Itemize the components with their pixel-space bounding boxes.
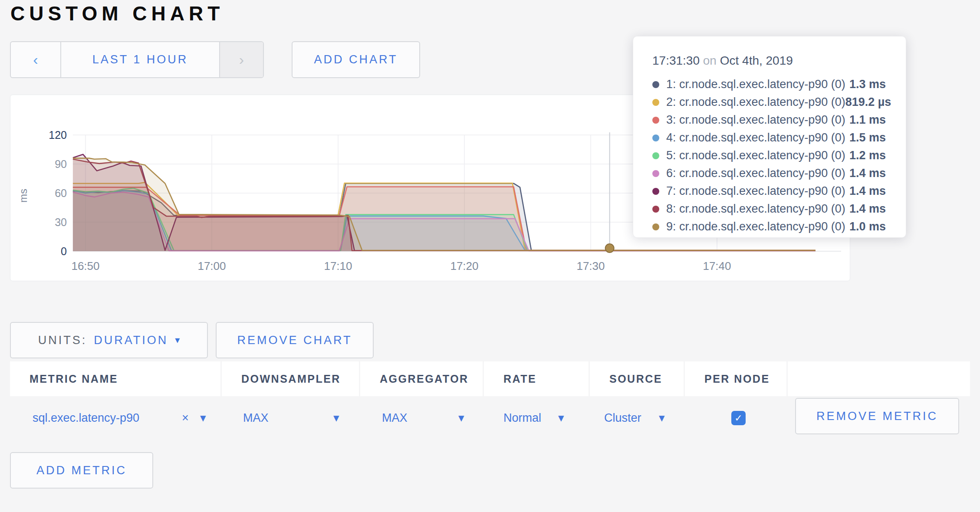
tooltip-series-row: 4: cr.node.sql.exec.latency-p90 (0)1.5 m…	[652, 129, 886, 147]
tooltip-title: 17:31:30 on Oct 4th, 2019	[652, 54, 886, 68]
metrics-table-header: METRIC NAME DOWNSAMPLER AGGREGATOR RATE …	[10, 361, 970, 396]
y-tick-label: 90	[55, 158, 67, 170]
source-caret-icon[interactable]: ▾	[659, 396, 665, 440]
remove-metric-button[interactable]: REMOVE METRIC	[795, 398, 959, 434]
add-metric-button[interactable]: ADD METRIC	[10, 452, 153, 489]
add-metric-label: ADD METRIC	[36, 464, 127, 477]
hover-point-dot	[605, 244, 614, 253]
x-tick-label: 17:30	[576, 259, 605, 272]
tooltip-series-label: 9: cr.node.sql.exec.latency-p90 (0)	[666, 220, 849, 233]
series-color-dot-icon	[652, 206, 659, 213]
add-chart-label: ADD CHART	[314, 53, 398, 66]
downsampler-caret-icon[interactable]: ▾	[333, 396, 339, 440]
tooltip-series-value: 1.5 ms	[849, 131, 886, 144]
custom-chart-page: CUSTOM CHART ‹ LAST 1 HOUR › ADD CHART 0…	[0, 0, 980, 512]
header-per-node: PER NODE	[685, 361, 786, 396]
source-select[interactable]: Cluster	[604, 396, 641, 440]
tooltip-series-value: 1.3 ms	[849, 78, 886, 91]
tooltip-time: 17:31:30	[652, 54, 700, 67]
tooltip-series-label: 2: cr.node.sql.exec.latency-p90 (0)	[666, 95, 845, 109]
tooltip-series-row: 3: cr.node.sql.exec.latency-p90 (0)1.1 m…	[652, 111, 886, 129]
tooltip-series-row: 5: cr.node.sql.exec.latency-p90 (0)1.2 m…	[652, 147, 886, 164]
tooltip-series-value: 1.1 ms	[849, 113, 886, 127]
y-tick-label: 120	[49, 129, 67, 141]
tooltip-series-row: 8: cr.node.sql.exec.latency-p90 (0)1.4 m…	[652, 200, 886, 218]
checkmark-icon: ✓	[734, 413, 742, 424]
x-tick-label: 17:20	[450, 259, 478, 272]
tooltip-series-row: 7: cr.node.sql.exec.latency-p90 (0)1.4 m…	[652, 182, 886, 200]
tooltip-series-label: 4: cr.node.sql.exec.latency-p90 (0)	[666, 131, 849, 144]
downsampler-select[interactable]: MAX	[243, 396, 269, 440]
tooltip-on-word: on	[703, 54, 717, 67]
tooltip-series-value: 1.2 ms	[849, 149, 886, 162]
tooltip-series-value: 1.4 ms	[849, 202, 886, 216]
tooltip-series-label: 8: cr.node.sql.exec.latency-p90 (0)	[666, 202, 849, 216]
tooltip-date: Oct 4th, 2019	[720, 54, 793, 67]
metric-name-caret-icon[interactable]: ▾	[200, 396, 206, 440]
add-chart-button[interactable]: ADD CHART	[292, 41, 420, 78]
tooltip-rows: 1: cr.node.sql.exec.latency-p90 (0)1.3 m…	[652, 75, 886, 236]
header-source: SOURCE	[590, 361, 684, 396]
metric-name-value[interactable]: sql.exec.latency-p90	[33, 396, 139, 440]
remove-metric-label: REMOVE METRIC	[816, 410, 938, 423]
rate-select[interactable]: Normal	[503, 396, 541, 440]
header-actions	[788, 361, 970, 396]
tooltip-series-label: 5: cr.node.sql.exec.latency-p90 (0)	[666, 149, 849, 162]
chevron-right-icon: ›	[239, 51, 244, 68]
tooltip-series-value: 819.2 µs	[845, 95, 891, 109]
remove-chart-button[interactable]: REMOVE CHART	[216, 322, 374, 358]
header-downsampler: DOWNSAMPLER	[222, 361, 359, 396]
series-color-dot-icon	[652, 99, 659, 106]
x-tick-label: 17:40	[703, 259, 731, 272]
units-prefix-label: UNITS:	[38, 334, 87, 347]
time-range-prev-button[interactable]: ‹	[11, 42, 60, 77]
remove-chart-label: REMOVE CHART	[237, 334, 352, 347]
aggregator-caret-icon[interactable]: ▾	[458, 396, 464, 440]
y-tick-label: 0	[61, 245, 67, 257]
time-range-label[interactable]: LAST 1 HOUR	[60, 42, 220, 77]
y-axis-unit-label: ms	[17, 189, 29, 203]
tooltip-series-label: 7: cr.node.sql.exec.latency-p90 (0)	[666, 184, 849, 198]
series-color-dot-icon	[652, 223, 659, 230]
rate-caret-icon[interactable]: ▾	[558, 396, 564, 440]
tooltip-series-value: 1.4 ms	[849, 167, 886, 180]
header-rate: RATE	[484, 361, 589, 396]
time-range-next-button[interactable]: ›	[220, 42, 263, 77]
per-node-checkbox[interactable]: ✓	[731, 411, 746, 425]
time-range-selector: ‹ LAST 1 HOUR ›	[10, 41, 264, 78]
tooltip-series-row: 1: cr.node.sql.exec.latency-p90 (0)1.3 m…	[652, 75, 886, 93]
series-color-dot-icon	[652, 152, 659, 159]
tooltip-series-label: 1: cr.node.sql.exec.latency-p90 (0)	[666, 78, 849, 91]
x-tick-label: 17:10	[324, 259, 352, 272]
x-tick-label: 16:50	[71, 259, 99, 272]
series-color-dot-icon	[652, 170, 659, 177]
series-color-dot-icon	[652, 135, 659, 141]
tooltip-series-label: 3: cr.node.sql.exec.latency-p90 (0)	[666, 113, 849, 127]
tooltip-series-value: 1.0 ms	[849, 220, 886, 233]
chart-hover-tooltip: 17:31:30 on Oct 4th, 2019 1: cr.node.sql…	[633, 36, 906, 238]
aggregator-select[interactable]: MAX	[382, 396, 408, 440]
clear-metric-icon[interactable]: ×	[182, 396, 189, 440]
header-metric-name: METRIC NAME	[10, 361, 220, 396]
tooltip-series-row: 2: cr.node.sql.exec.latency-p90 (0)819.2…	[652, 93, 886, 111]
y-tick-label: 60	[55, 187, 67, 199]
units-value: DURATION	[94, 334, 168, 347]
series-color-dot-icon	[652, 117, 659, 124]
page-title: CUSTOM CHART	[10, 2, 224, 25]
series-color-dot-icon	[652, 188, 659, 195]
y-tick-label: 30	[55, 216, 67, 228]
x-tick-label: 17:00	[197, 259, 226, 272]
tooltip-series-row: 9: cr.node.sql.exec.latency-p90 (0)1.0 m…	[652, 218, 886, 236]
header-aggregator: AGGREGATOR	[360, 361, 483, 396]
tooltip-series-value: 1.4 ms	[849, 184, 886, 198]
caret-down-icon: ▾	[175, 335, 180, 346]
tooltip-series-label: 6: cr.node.sql.exec.latency-p90 (0)	[666, 167, 849, 180]
units-dropdown[interactable]: UNITS: DURATION ▾	[10, 322, 208, 358]
chevron-left-icon: ‹	[33, 51, 38, 68]
series-color-dot-icon	[652, 81, 659, 88]
metric-row: sql.exec.latency-p90 × ▾ MAX ▾ MAX ▾ Nor…	[10, 396, 970, 440]
tooltip-series-row: 6: cr.node.sql.exec.latency-p90 (0)1.4 m…	[652, 164, 886, 182]
